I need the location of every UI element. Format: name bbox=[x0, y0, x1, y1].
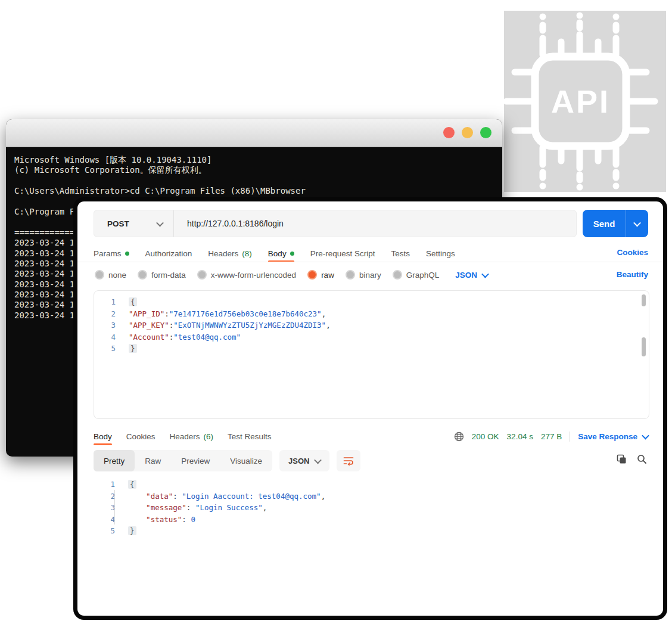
radio-label: raw bbox=[321, 271, 334, 280]
cookies-link[interactable]: Cookies bbox=[617, 248, 648, 257]
green-dot-icon bbox=[125, 252, 129, 256]
line-number: 5 bbox=[94, 343, 124, 355]
body-type-options: none form-data x-www-form-urlencoded raw… bbox=[95, 269, 488, 281]
tab-label: Body bbox=[268, 249, 287, 258]
tab-label: Cookies bbox=[126, 432, 155, 441]
response-body-viewer[interactable]: 1{2 "data": "Login Aaccount: test04@qq.c… bbox=[94, 479, 649, 537]
radio-graphql[interactable]: GraphQL bbox=[393, 270, 440, 280]
radio-icon bbox=[393, 270, 402, 280]
line-number: 1 bbox=[94, 479, 123, 491]
code-line: 5} bbox=[94, 525, 649, 537]
terminal-line: (c) Microsoft Corporation。保留所有权利。 bbox=[14, 165, 499, 175]
close-window-icon[interactable] bbox=[443, 127, 455, 138]
chevron-down-icon bbox=[156, 219, 164, 226]
tab-settings[interactable]: Settings bbox=[426, 249, 455, 258]
radio-label: binary bbox=[359, 271, 381, 280]
code-line: 1{ bbox=[94, 479, 649, 491]
request-code: 1{2"APP_ID":"7e147176e1d756eb03c0e18e7b6… bbox=[94, 296, 649, 355]
tab-pre-request-script[interactable]: Pre-request Script bbox=[310, 249, 375, 258]
copy-icon bbox=[617, 454, 627, 464]
method-dropdown[interactable]: POST bbox=[94, 219, 173, 228]
tab-headers[interactable]: Headers (8) bbox=[208, 249, 252, 258]
divider bbox=[77, 262, 663, 262]
chevron-down-icon bbox=[633, 219, 641, 226]
radio-none[interactable]: none bbox=[95, 270, 126, 280]
radio-binary[interactable]: binary bbox=[346, 270, 381, 280]
method-label: POST bbox=[107, 219, 129, 228]
radio-icon bbox=[197, 270, 207, 280]
api-chip-icon: API bbox=[504, 11, 666, 192]
line-number: 4 bbox=[94, 331, 124, 343]
radio-selected-icon bbox=[307, 270, 317, 280]
headers-count: (8) bbox=[242, 249, 252, 258]
radio-icon bbox=[95, 270, 104, 280]
zoom-window-icon[interactable] bbox=[480, 127, 491, 138]
tab-test-results[interactable]: Test Results bbox=[228, 432, 272, 441]
save-response-button[interactable]: Save Response bbox=[578, 432, 648, 441]
tab-response-headers[interactable]: Headers (6) bbox=[170, 432, 214, 441]
url-input[interactable]: http://127.0.0.1:8186/login bbox=[174, 219, 284, 228]
scrollbar-thumb[interactable] bbox=[642, 337, 646, 356]
view-tab-visualize[interactable]: Visualize bbox=[220, 450, 272, 471]
api-chip-tile: API bbox=[504, 11, 666, 192]
headers-count: (6) bbox=[204, 432, 214, 441]
wrap-lines-button[interactable] bbox=[337, 450, 360, 471]
view-tab-raw[interactable]: Raw bbox=[135, 450, 171, 471]
body-language-dropdown[interactable]: JSON bbox=[455, 271, 488, 280]
line-number: 2 bbox=[94, 308, 124, 320]
terminal-line: C:\Users\Administrator>cd C:\Program Fil… bbox=[14, 186, 499, 196]
divider bbox=[570, 432, 570, 442]
tab-label: Headers bbox=[208, 249, 238, 258]
search-button[interactable] bbox=[637, 454, 647, 464]
indent-guide bbox=[114, 490, 115, 524]
radio-form-data[interactable]: form-data bbox=[138, 270, 186, 280]
active-tab-underline bbox=[94, 443, 112, 445]
tab-response-body[interactable]: Body bbox=[94, 432, 112, 441]
tab-label: Tests bbox=[391, 249, 410, 258]
request-body-editor[interactable]: 1{2"APP_ID":"7e147176e1d756eb03c0e18e7b6… bbox=[94, 290, 649, 419]
scrollbar-thumb[interactable] bbox=[642, 294, 646, 306]
send-options-button[interactable] bbox=[626, 221, 648, 226]
terminal-titlebar[interactable] bbox=[6, 119, 502, 147]
minimize-window-icon[interactable] bbox=[462, 127, 473, 138]
tab-label: Body bbox=[94, 432, 112, 441]
api-chip-label: API bbox=[551, 83, 610, 119]
view-tab-pretty[interactable]: Pretty bbox=[94, 450, 135, 471]
response-code: 1{2 "data": "Login Aaccount: test04@qq.c… bbox=[94, 479, 649, 537]
radio-label: none bbox=[108, 271, 126, 280]
send-button[interactable]: Send bbox=[583, 210, 648, 237]
code-line: 2 "data": "Login Aaccount: test04@qq.com… bbox=[94, 491, 649, 502]
request-tabs: Params Authorization Headers (8) Body Pr… bbox=[94, 244, 648, 262]
tab-response-cookies[interactable]: Cookies bbox=[126, 432, 155, 441]
tab-label: Params bbox=[94, 249, 122, 258]
status-badge: 200 OK bbox=[472, 432, 499, 441]
radio-label: x-www-form-urlencoded bbox=[211, 271, 296, 280]
save-response-label: Save Response bbox=[578, 432, 637, 441]
radio-raw[interactable]: raw bbox=[307, 270, 334, 280]
response-actions bbox=[617, 454, 647, 464]
tab-params[interactable]: Params bbox=[94, 249, 129, 258]
line-number: 4 bbox=[94, 514, 123, 526]
tab-tests[interactable]: Tests bbox=[391, 249, 410, 258]
view-segmented-control: Pretty Raw Preview Visualize bbox=[94, 450, 272, 471]
line-number: 3 bbox=[94, 319, 124, 331]
code-line: 3"APP_KEY":"ExOTNjMWNWYzZTU5ZjYzMGEzZDU4… bbox=[94, 319, 649, 331]
response-size: 277 B bbox=[541, 432, 562, 441]
line-number: 1 bbox=[94, 296, 124, 308]
tab-authorization[interactable]: Authorization bbox=[145, 249, 192, 258]
tab-label: Pre-request Script bbox=[310, 249, 375, 258]
code-line: 3 "message": "Login Success", bbox=[94, 502, 649, 514]
tab-label: Settings bbox=[426, 249, 455, 258]
beautify-link[interactable]: Beautify bbox=[617, 270, 648, 279]
tab-label: Test Results bbox=[228, 432, 272, 441]
api-client-window: POST http://127.0.0.1:8186/login Send Pa… bbox=[73, 197, 667, 620]
response-meta: 200 OK 32.04 s 277 B Save Response bbox=[454, 428, 648, 445]
terminal-line: Microsoft Windows [版本 10.0.19043.1110] bbox=[14, 155, 499, 165]
radio-x-www-form-urlencoded[interactable]: x-www-form-urlencoded bbox=[197, 270, 296, 280]
tab-body[interactable]: Body bbox=[268, 249, 294, 258]
view-tab-preview[interactable]: Preview bbox=[171, 450, 220, 471]
search-icon bbox=[637, 454, 647, 464]
code-line: 1{ bbox=[94, 296, 649, 308]
copy-button[interactable] bbox=[617, 454, 627, 464]
response-language-dropdown[interactable]: JSON bbox=[279, 450, 329, 471]
